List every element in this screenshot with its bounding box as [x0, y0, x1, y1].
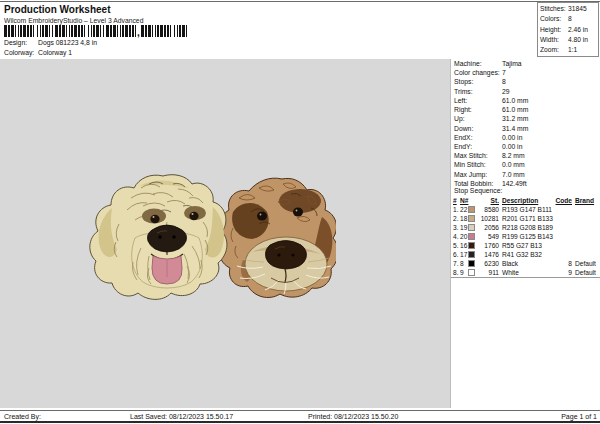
- stats-label: Zoom:: [540, 45, 568, 55]
- design-label: Design:: [4, 39, 38, 46]
- stats-row: Colors:8: [540, 14, 598, 24]
- stitch-count: 6230: [473, 259, 499, 268]
- machine-info-value: Tajima: [502, 59, 522, 68]
- stats-row: Height:2.46 in: [540, 25, 598, 35]
- stats-row: Stitches:31845: [540, 4, 598, 14]
- stop-sequence-row: 1.228580R193 G147 B111: [451, 205, 600, 214]
- top-divider: [0, 1, 600, 2]
- machine-info-label: Trims:: [454, 87, 473, 96]
- needle-number: 22: [460, 205, 467, 214]
- column-header-description: Description: [502, 196, 538, 205]
- stop-sequence-row: 7.86230Black8Default: [451, 259, 600, 268]
- created-by-label: Created By:: [4, 413, 41, 420]
- column-header-idx: #: [453, 196, 457, 205]
- machine-info-row: EndY:0.00 in: [451, 142, 600, 151]
- app-subtitle: Wilcom EmbroideryStudio – Level 3 Advanc…: [4, 17, 143, 24]
- machine-info-label: Left:: [454, 96, 467, 105]
- design-name-row: Design:Dogs 081223 4,8 in: [4, 39, 97, 46]
- machine-info-value: 31.4 mm: [502, 124, 528, 133]
- stop-sequence-row: 6.171476R41 G32 B32: [451, 250, 600, 259]
- needle-number: 16: [460, 241, 467, 250]
- machine-info-value: 61.0 mm: [502, 96, 528, 105]
- stats-value: 4.80 in: [568, 35, 588, 45]
- thread-description: R218 G208 B189: [502, 223, 553, 232]
- machine-info-label: EndX:: [454, 133, 473, 142]
- stats-row: Width:4.80 in: [540, 35, 598, 45]
- column-header-brand: Brand: [575, 196, 594, 205]
- thread-code: 9: [554, 268, 572, 277]
- left-dog-left-eye: [150, 215, 159, 223]
- stop-index: 8.: [453, 268, 459, 277]
- machine-info-list: Machine:TajimaColor changes:7Stops:8Trim…: [451, 59, 600, 188]
- machine-info-label: Machine:: [454, 59, 482, 68]
- stop-index: 1.: [453, 205, 459, 214]
- machine-info-row: Stops:8: [451, 77, 600, 86]
- thread-description: White: [502, 268, 519, 277]
- machine-info-value: 8.2 mm: [502, 151, 525, 160]
- stop-sequence-row: 8.9911White9Default: [451, 268, 600, 277]
- thread-brand: Default: [575, 268, 596, 277]
- column-header-stitches: St.: [481, 196, 499, 205]
- machine-info-row: Min Stitch:0.0 mm: [451, 160, 600, 169]
- stitch-count: 10281: [473, 214, 499, 223]
- stats-row: Zoom:1:1: [540, 45, 598, 55]
- page-number: Page 1 of 1: [561, 413, 597, 420]
- stitch-count: 549: [473, 232, 499, 241]
- machine-info-row: Down:31.4 mm: [451, 124, 600, 133]
- stop-index: 3.: [453, 223, 459, 232]
- barcode-comma: ,: [137, 25, 140, 40]
- stats-label: Colors:: [540, 14, 568, 24]
- left-dog: [90, 175, 227, 300]
- machine-info-label: Max Jump:: [454, 170, 487, 179]
- machine-info-value: 142.49ft: [502, 179, 527, 188]
- machine-info-value: 7: [502, 68, 506, 77]
- machine-info-row: Max Jump:7.0 mm: [451, 170, 600, 179]
- machine-info-row: EndX:0.00 in: [451, 133, 600, 142]
- column-header-code: Code: [554, 196, 572, 205]
- production-worksheet-page: Production Worksheet Wilcom EmbroiderySt…: [0, 0, 600, 424]
- stop-index: 4.: [453, 232, 459, 241]
- right-dog-left-eye: [257, 212, 267, 221]
- right-dog: [219, 178, 336, 297]
- barcode-bar: [135, 25, 136, 37]
- stop-sequence-row: 5.161760R55 G27 B13: [451, 241, 600, 250]
- thread-description: R41 G32 B32: [502, 250, 542, 259]
- stats-label: Stitches:: [540, 4, 568, 14]
- machine-info-label: Up:: [454, 114, 465, 123]
- machine-info-value: 31.2 mm: [502, 114, 528, 123]
- machine-info-panel: Machine:TajimaColor changes:7Stops:8Trim…: [450, 59, 600, 408]
- colorway-label: Colorway:: [4, 49, 38, 56]
- machine-info-value: 0.0 mm: [502, 160, 525, 169]
- needle-number: 20: [460, 232, 467, 241]
- barcode-gap: [187, 25, 189, 37]
- stitch-count: 8580: [473, 205, 499, 214]
- stats-label: Height:: [540, 25, 568, 35]
- design-barcode: ,: [4, 25, 189, 37]
- needle-number: 17: [460, 250, 467, 259]
- stop-sequence-title: Stop Sequence:: [454, 187, 502, 194]
- machine-info-value: 7.0 mm: [502, 170, 525, 179]
- right-dog-right-eye: [293, 208, 303, 217]
- dogs-embroidery-design: [83, 172, 336, 302]
- machine-info-row: Left:61.0 mm: [451, 96, 600, 105]
- stats-label: Width:: [540, 35, 568, 45]
- thread-code: 8: [554, 259, 572, 268]
- colorway-value: Colorway 1: [38, 49, 72, 56]
- thread-brand: Default: [575, 259, 596, 268]
- stop-index: 5.: [453, 241, 459, 250]
- left-dog-nose: [148, 225, 187, 252]
- machine-info-row: Trims:29: [451, 87, 600, 96]
- machine-info-label: EndY:: [454, 142, 472, 151]
- stop-index: 2.: [453, 214, 459, 223]
- machine-info-value: 29: [502, 87, 510, 96]
- footer-top-divider: [0, 410, 600, 411]
- needle-number: 9: [460, 268, 464, 277]
- thread-description: Black: [502, 259, 518, 268]
- thread-description: R193 G147 B111: [502, 205, 552, 214]
- stats-value: 2.46 in: [568, 25, 588, 35]
- needle-number: 18: [460, 214, 467, 223]
- thread-description: R201 G171 B133: [502, 214, 553, 223]
- stats-value: 31845: [568, 4, 587, 14]
- machine-info-row: Right:61.0 mm: [451, 105, 600, 114]
- design-stats-box: Stitches:31845Colors:8Height:2.46 inWidt…: [537, 2, 599, 57]
